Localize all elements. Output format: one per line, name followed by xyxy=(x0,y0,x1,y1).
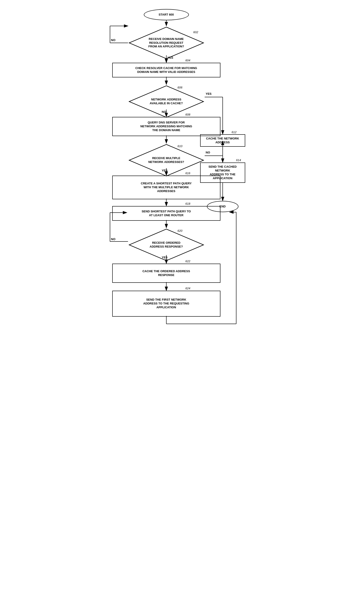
label-610-yes: YES xyxy=(162,169,168,172)
label-606-no: NO xyxy=(162,110,166,113)
node-622: CACHE THE ORDERED ADDRESSRESPONSE xyxy=(112,263,221,283)
node-620-text: RECEIVE ORDEREDADDRESS RESPONSE? xyxy=(147,239,185,251)
ref-612: 612 xyxy=(232,130,237,134)
node-604-text: CHECK RESOLVER CACHE FOR MATCHINGDOMAIN … xyxy=(135,66,197,74)
node-618-text: SEND SHORTEST PATH QUERY TOAT LEAST ONE … xyxy=(142,210,191,217)
label-610-no: NO xyxy=(206,151,210,154)
node-606-text: NETWORK ADDRESSAVAILABLE IN CACHE? xyxy=(147,96,185,108)
ref-614: 614 xyxy=(236,158,241,162)
end-label: END xyxy=(220,205,226,208)
node-606: NETWORK ADDRESSAVAILABLE IN CACHE? xyxy=(128,85,205,119)
ref-620: 620 xyxy=(178,229,182,233)
node-624: SEND THE FIRST NETWORKADDRESS TO THE REQ… xyxy=(112,291,221,317)
ref-618: 618 xyxy=(185,202,190,205)
node-618: SEND SHORTEST PATH QUERY TOAT LEAST ONE … xyxy=(112,206,221,221)
ref-602: 602 xyxy=(193,30,198,34)
label-606-yes: YES xyxy=(206,92,212,96)
ref-610: 610 xyxy=(178,144,182,148)
label-602-yes: YES xyxy=(168,56,173,59)
node-612: CACHE THE NETWORKADDRESS xyxy=(200,134,245,147)
ref-622: 622 xyxy=(185,260,190,263)
label-620-yes: YES xyxy=(162,256,168,259)
node-616-text: CREATE A SHORTEST PATH QUERYWITH THE MUL… xyxy=(141,182,192,193)
label-620-no: NO xyxy=(111,237,116,241)
node-602-text: RECEIVE DOMAIN NAMERESOLUTION REQUESTFRO… xyxy=(146,35,186,51)
label-602-no: NO xyxy=(111,38,116,42)
node-616: CREATE A SHORTEST PATH QUERYWITH THE MUL… xyxy=(112,176,221,199)
node-602: RECEIVE DOMAIN NAMERESOLUTION REQUESTFRO… xyxy=(128,26,205,60)
node-612-text: CACHE THE NETWORKADDRESS xyxy=(206,137,239,144)
ref-608: 608 xyxy=(185,113,190,116)
ref-604: 604 xyxy=(185,59,190,62)
start-label: START 600 xyxy=(159,13,174,17)
node-604: CHECK RESOLVER CACHE FOR MATCHINGDOMAIN … xyxy=(112,63,221,77)
node-624-text: SEND THE FIRST NETWORKADDRESS TO THE REQ… xyxy=(143,298,189,309)
ref-624: 624 xyxy=(185,287,190,290)
node-622-text: CACHE THE ORDERED ADDRESSRESPONSE xyxy=(143,269,190,277)
node-608-text: QUERY DNS SERVER FORNETWORK ADDRESSING M… xyxy=(140,121,192,132)
node-608: QUERY DNS SERVER FORNETWORK ADDRESSING M… xyxy=(112,117,221,136)
ref-606: 606 xyxy=(178,86,182,89)
node-610-text: RECEIVE MULTIPLENETWORK ADDRESSES? xyxy=(146,154,186,166)
ref-616: 616 xyxy=(185,172,190,175)
flowchart: START 600 RECEIVE DOMAIN NAMERESOLUTION … xyxy=(96,4,268,591)
start-node: START 600 xyxy=(144,9,189,20)
